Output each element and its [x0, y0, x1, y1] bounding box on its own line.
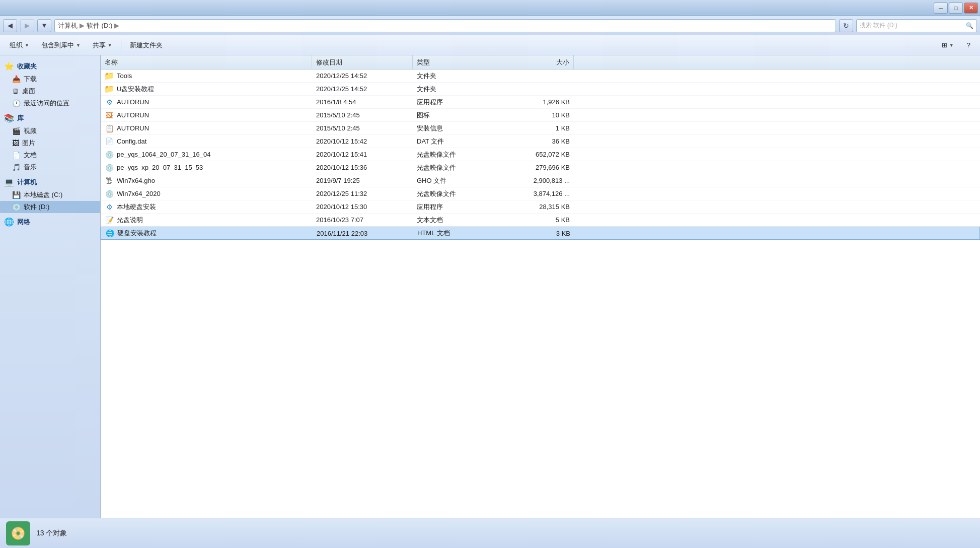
sidebar-item-desktop[interactable]: 🖥 桌面	[0, 85, 100, 97]
file-size: 10 KB	[493, 109, 574, 121]
sidebar-item-music[interactable]: 🎵 音乐	[0, 161, 100, 173]
software-d-icon: 💿	[12, 203, 21, 211]
breadcrumb-computer[interactable]: 计算机	[58, 21, 78, 30]
table-row[interactable]: 📁 Tools 2020/12/25 14:52 文件夹	[101, 70, 980, 83]
file-type: 应用程序	[413, 96, 493, 108]
col-header-type[interactable]: 类型	[413, 55, 493, 69]
close-button[interactable]: ✕	[964, 3, 978, 14]
favorites-icon: ⭐	[4, 61, 14, 71]
new-folder-button[interactable]: 新建文件夹	[124, 38, 168, 53]
statusbar: 📀 13 个对象	[0, 518, 980, 548]
table-row[interactable]: 💿 pe_yqs_xp_20_07_31_15_53 2020/10/12 15…	[101, 161, 980, 174]
sidebar-section-computer: 💻 计算机 💾 本地磁盘 (C:) 💿 软件 (D:)	[0, 175, 100, 213]
file-name: Config.dat	[117, 138, 146, 145]
file-size: 2,900,813 ...	[493, 174, 574, 187]
organize-label: 组织	[10, 41, 23, 50]
col-header-size[interactable]: 大小	[493, 55, 574, 69]
table-row[interactable]: 💿 Win7x64_2020 2020/12/25 11:32 光盘映像文件 3…	[101, 187, 980, 200]
sidebar-section-network-title[interactable]: 🌐 网络	[0, 215, 100, 229]
views-button[interactable]: ⊞ ▼	[936, 38, 959, 53]
table-row[interactable]: 📄 Config.dat 2020/10/12 15:42 DAT 文件 36 …	[101, 135, 980, 148]
organize-button[interactable]: 组织 ▼	[4, 38, 35, 53]
search-bar[interactable]: 搜索 软件 (D:) 🔍	[856, 19, 977, 32]
file-name: Win7x64.gho	[117, 177, 155, 184]
downloads-label: 下载	[24, 75, 37, 84]
status-icon-glyph: 📀	[11, 526, 26, 540]
file-type: 图标	[413, 109, 493, 121]
include-library-button[interactable]: 包含到库中 ▼	[36, 38, 86, 53]
file-size: 1 KB	[493, 122, 574, 134]
table-row[interactable]: 🖼 AUTORUN 2015/5/10 2:45 图标 10 KB	[101, 109, 980, 122]
share-button[interactable]: 共享 ▼	[87, 38, 118, 53]
forward-button[interactable]: ▶	[20, 19, 34, 32]
table-row[interactable]: 📝 光盘说明 2016/10/23 7:07 文本文档 5 KB	[101, 214, 980, 227]
col-header-name[interactable]: 名称	[101, 55, 312, 69]
library-label: 库	[17, 114, 24, 123]
table-row[interactable]: 🗜 Win7x64.gho 2019/9/7 19:25 GHO 文件 2,90…	[101, 174, 980, 187]
file-name: AUTORUN	[117, 124, 149, 132]
back-button[interactable]: ◀	[3, 19, 17, 32]
views-icon: ⊞	[942, 41, 947, 49]
sidebar-item-software-d[interactable]: 💿 软件 (D:)	[0, 201, 100, 213]
table-row[interactable]: 💿 pe_yqs_1064_20_07_31_16_04 2020/10/12 …	[101, 148, 980, 161]
organize-arrow: ▼	[25, 43, 29, 48]
sidebar-item-video[interactable]: 🎬 视频	[0, 125, 100, 137]
file-size: 279,696 KB	[493, 161, 574, 174]
sidebar-item-documents[interactable]: 📄 文档	[0, 149, 100, 161]
documents-label: 文档	[24, 151, 37, 160]
file-date: 2016/10/23 7:07	[312, 214, 413, 226]
computer-label: 计算机	[17, 178, 37, 187]
file-size: 3 KB	[494, 227, 574, 239]
file-size	[493, 83, 574, 95]
sidebar-item-recent[interactable]: 🕐 最近访问的位置	[0, 97, 100, 109]
help-button[interactable]: ?	[961, 38, 976, 53]
addressbar: ◀ ▶ ▼ 计算机 ▶ 软件 (D:) ▶ ↻ 搜索 软件 (D:) 🔍	[0, 16, 980, 35]
downloads-icon: 📥	[12, 75, 21, 83]
file-type: 光盘映像文件	[413, 161, 493, 174]
toolbar-separator	[121, 39, 121, 51]
table-row[interactable]: 📁 U盘安装教程 2020/12/25 14:52 文件夹	[101, 83, 980, 96]
refresh-button[interactable]: ↻	[839, 19, 853, 32]
file-name: pe_yqs_1064_20_07_31_16_04	[117, 151, 211, 158]
sidebar-section-library-title[interactable]: 📚 库	[0, 111, 100, 125]
search-placeholder: 搜索 软件 (D:)	[860, 21, 897, 30]
sidebar-item-downloads[interactable]: 📥 下载	[0, 73, 100, 85]
col-header-date[interactable]: 修改日期	[312, 55, 413, 69]
sidebar-section-favorites-title[interactable]: ⭐ 收藏夹	[0, 59, 100, 73]
views-arrow: ▼	[949, 43, 954, 48]
file-type: GHO 文件	[413, 174, 493, 187]
recent-label: 最近访问的位置	[24, 99, 69, 108]
pictures-label: 图片	[22, 139, 35, 148]
file-date: 2020/12/25 14:52	[312, 83, 413, 95]
file-type: 文本文档	[413, 214, 493, 226]
recent-icon: 🕐	[12, 99, 21, 107]
file-type: DAT 文件	[413, 135, 493, 148]
file-icon: ⚙	[105, 98, 114, 107]
file-size	[493, 70, 574, 82]
local-c-icon: 💾	[12, 191, 21, 199]
sidebar-section-network: 🌐 网络	[0, 215, 100, 229]
sidebar-section-favorites: ⭐ 收藏夹 📥 下载 🖥 桌面 🕐 最近访问的位置	[0, 59, 100, 109]
share-arrow: ▼	[108, 43, 112, 48]
sidebar-item-pictures[interactable]: 🖼 图片	[0, 137, 100, 149]
minimize-button[interactable]: ─	[934, 3, 948, 14]
file-name: 本地硬盘安装	[117, 202, 156, 212]
desktop-icon: 🖥	[12, 87, 19, 95]
table-row[interactable]: 📋 AUTORUN 2015/5/10 2:45 安装信息 1 KB	[101, 122, 980, 135]
breadcrumb-drive[interactable]: 软件 (D:)	[87, 21, 112, 30]
titlebar: ─ □ ✕	[0, 0, 980, 16]
maximize-button[interactable]: □	[949, 3, 963, 14]
sidebar-section-computer-title[interactable]: 💻 计算机	[0, 175, 100, 189]
table-row[interactable]: ⚙ AUTORUN 2016/1/8 4:54 应用程序 1,926 KB	[101, 96, 980, 109]
file-list: 名称 修改日期 类型 大小 📁 Tools 2020/12/25 14:52 文…	[101, 55, 980, 518]
dropdown-button[interactable]: ▼	[37, 19, 51, 32]
file-type: 光盘映像文件	[413, 187, 493, 200]
toolbar-right: ⊞ ▼ ?	[936, 38, 976, 53]
table-row[interactable]: 🌐 硬盘安装教程 2016/11/21 22:03 HTML 文档 3 KB	[101, 227, 980, 240]
table-row[interactable]: ⚙ 本地硬盘安装 2020/10/12 15:30 应用程序 28,315 KB	[101, 200, 980, 214]
file-name: Win7x64_2020	[117, 190, 161, 197]
sidebar-item-local-c[interactable]: 💾 本地磁盘 (C:)	[0, 189, 100, 201]
file-size: 5 KB	[493, 214, 574, 226]
software-d-label: 软件 (D:)	[24, 202, 49, 212]
pictures-icon: 🖼	[12, 139, 19, 147]
